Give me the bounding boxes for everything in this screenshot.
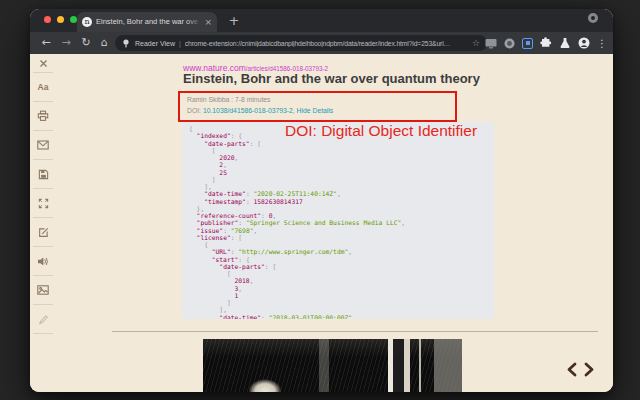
menu-dots-icon[interactable]: ⋮ <box>597 38 607 49</box>
bookmark-star-icon[interactable]: ☆ <box>472 38 480 48</box>
json-code: { "indexed": { "date-parts": [ [ 2020, 2… <box>182 122 494 319</box>
reader-view-icon[interactable] <box>522 38 533 49</box>
address-bar[interactable]: Reader View | chrome-extension://cnimijd… <box>115 35 487 51</box>
flask-icon[interactable] <box>559 37 571 49</box>
edit-icon <box>38 227 49 238</box>
extension-name-label: Reader View <box>135 40 175 47</box>
font-settings-button[interactable]: Aa <box>33 73 53 102</box>
highlight-button[interactable] <box>33 305 53 334</box>
home-button[interactable]: ⌂ <box>97 32 111 54</box>
print-button[interactable] <box>33 102 53 131</box>
reload-button[interactable]: ↻ <box>79 32 93 54</box>
doi-label: DOI: <box>187 107 203 114</box>
fullscreen-button[interactable] <box>33 189 53 218</box>
divider <box>112 331 598 332</box>
tab-close-icon[interactable]: × <box>204 18 212 27</box>
speech-button[interactable] <box>33 247 53 276</box>
edit-button[interactable] <box>33 218 53 247</box>
extension-pin-icon <box>122 39 130 48</box>
print-icon <box>37 110 49 122</box>
annotation-text: DOI: Digital Object Identifier <box>285 122 477 140</box>
back-button[interactable]: ← <box>39 32 53 54</box>
profile-icon[interactable] <box>588 13 598 23</box>
forward-button[interactable]: → <box>59 32 73 54</box>
extension-toolbar: ⋮ <box>485 32 607 54</box>
images-icon <box>37 285 49 295</box>
reader-sidebar: Aa <box>30 54 56 334</box>
email-icon <box>37 140 49 150</box>
hide-details-link[interactable]: Hide Details <box>297 107 334 114</box>
tab-title-fade <box>187 17 201 27</box>
save-icon <box>38 169 49 180</box>
doi-line: DOI: 10.1038/d41586-018-03793-2, Hide De… <box>187 107 333 114</box>
close-icon <box>39 59 48 68</box>
zoom-window-button[interactable] <box>70 16 77 23</box>
fullscreen-icon <box>38 198 49 209</box>
avatar-icon[interactable] <box>578 37 590 49</box>
url-separator: | <box>179 40 181 47</box>
badge-icon[interactable] <box>504 38 515 49</box>
highlight-pencil-icon <box>38 314 49 325</box>
article-byline: Ramin Skibba : 7-8 minutes <box>187 96 271 103</box>
active-tab[interactable]: n Einstein, Bohr and the war ove × <box>77 12 217 32</box>
new-tab-button[interactable]: + <box>226 13 242 29</box>
json-code-block: { "indexed": { "date-parts": [ [ 2020, 2… <box>182 122 494 319</box>
article-title: Einstein, Bohr and the war over quantum … <box>183 71 480 86</box>
doi-link[interactable]: 10.1038/d41586-018-03793-2 <box>203 107 293 114</box>
tab-title: Einstein, Bohr and the war ove <box>96 17 201 27</box>
browser-toolbar: ← → ↻ ⌂ Reader View | chrome-extension:/… <box>30 32 613 54</box>
url-text: chrome-extension://cnimijdabicdbanpijhde… <box>185 40 468 47</box>
reader-view-content: Aa <box>30 54 613 392</box>
close-window-button[interactable] <box>44 16 51 23</box>
screen-cast-icon[interactable] <box>485 38 497 49</box>
page-navigation <box>566 362 595 377</box>
save-button[interactable] <box>33 160 53 189</box>
font-size-icon: Aa <box>38 82 49 92</box>
speaker-icon <box>37 256 49 267</box>
site-favicon: n <box>82 17 92 27</box>
minimize-window-button[interactable] <box>57 16 64 23</box>
browser-window: n Einstein, Bohr and the war ove × + ← →… <box>30 9 613 392</box>
puzzle-icon[interactable] <box>540 37 552 49</box>
chevron-left-icon[interactable] <box>566 362 577 377</box>
close-reader-button[interactable] <box>33 54 53 73</box>
tab-strip: n Einstein, Bohr and the war ove × + <box>30 9 613 32</box>
article-photo <box>203 339 462 392</box>
desktop-background: n Einstein, Bohr and the war ove × + ← →… <box>0 0 640 400</box>
email-button[interactable] <box>33 131 53 160</box>
chevron-right-icon[interactable] <box>584 362 595 377</box>
window-controls <box>44 16 77 23</box>
images-button[interactable] <box>33 276 53 305</box>
